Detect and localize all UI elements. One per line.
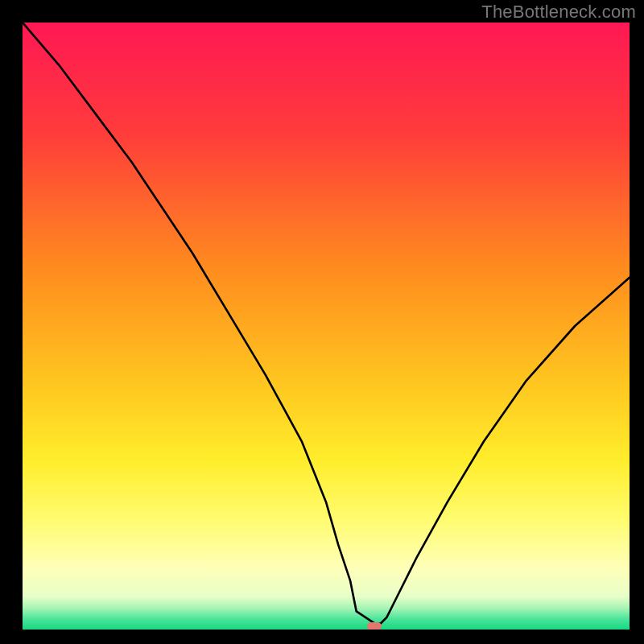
- optimal-point-marker: [367, 622, 382, 630]
- watermark-text: TheBottleneck.com: [481, 2, 636, 23]
- bottleneck-curve: [23, 23, 630, 630]
- bottleneck-chart: [23, 23, 630, 630]
